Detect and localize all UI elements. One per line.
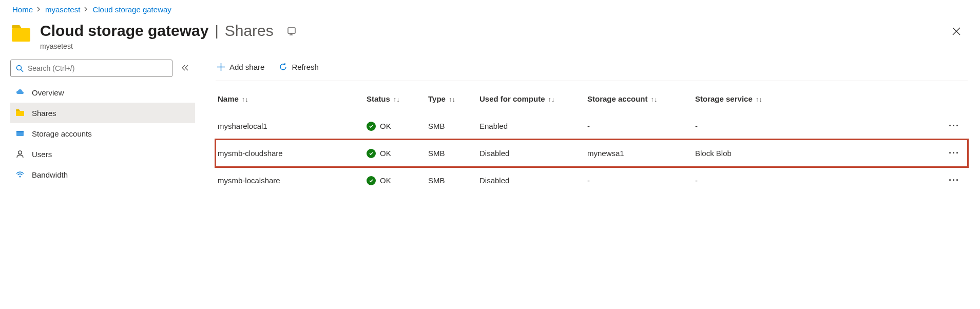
toolbar: Add share Refresh	[216, 60, 968, 81]
cell-compute: Disabled	[477, 140, 585, 167]
svg-line-7	[21, 69, 24, 72]
cell-service: -	[693, 167, 944, 194]
pin-icon	[287, 26, 296, 35]
svg-rect-8	[16, 111, 24, 116]
user-icon	[15, 149, 25, 159]
ok-icon	[367, 149, 376, 158]
pin-button[interactable]	[284, 23, 299, 41]
sidebar-item-users[interactable]: Users	[10, 144, 195, 164]
title-separator: |	[215, 23, 218, 39]
close-button[interactable]	[948, 22, 965, 42]
cell-account: -	[585, 167, 693, 194]
chevron-right-icon	[83, 6, 89, 13]
sort-icon: ↑↓	[548, 95, 555, 103]
row-actions-button[interactable]: ···	[946, 119, 963, 133]
table-row[interactable]: mysharelocal1 OK SMB Enabled - - ···	[216, 112, 968, 140]
page-title: Cloud storage gateway	[40, 22, 208, 40]
sidebar-collapse-button[interactable]	[179, 62, 192, 74]
breadcrumb-resource[interactable]: myasetest	[45, 5, 80, 14]
col-compute[interactable]: Used for compute↑↓	[477, 85, 585, 112]
cell-status: OK	[367, 149, 421, 158]
cell-status: OK	[367, 122, 421, 131]
breadcrumb-blade[interactable]: Cloud storage gateway	[92, 5, 171, 14]
sidebar-item-label: Overview	[32, 88, 64, 97]
cell-status: OK	[367, 176, 421, 185]
cell-service: -	[693, 112, 944, 140]
refresh-button[interactable]: Refresh	[278, 61, 320, 73]
close-icon	[952, 27, 960, 35]
folder-icon	[10, 23, 32, 45]
wifi-icon	[15, 170, 25, 179]
svg-rect-0	[12, 28, 30, 42]
cell-type: SMB	[426, 167, 477, 194]
page-header: Cloud storage gateway | Shares myasetest	[0, 18, 980, 60]
svg-rect-1	[288, 28, 295, 33]
cell-name: mysharelocal1	[216, 112, 364, 140]
sidebar-search[interactable]	[10, 60, 172, 77]
toolbar-label: Add share	[229, 63, 264, 71]
cell-name: mysmb-localshare	[216, 167, 364, 194]
sort-icon: ↑↓	[651, 95, 658, 103]
svg-point-12	[20, 176, 21, 178]
svg-point-6	[17, 65, 22, 70]
sidebar-item-bandwidth[interactable]: Bandwidth	[10, 164, 195, 185]
svg-point-11	[18, 151, 22, 154]
col-type[interactable]: Type↑↓	[426, 85, 477, 112]
sidebar-item-label: Bandwidth	[32, 170, 68, 179]
col-account[interactable]: Storage account↑↓	[585, 85, 693, 112]
toolbar-label: Refresh	[292, 63, 319, 71]
sort-icon: ↑↓	[449, 95, 455, 103]
folder-icon	[15, 108, 25, 118]
cloud-icon	[15, 88, 25, 97]
cell-type: SMB	[426, 140, 477, 167]
sidebar-item-label: Users	[32, 150, 52, 159]
cell-account: -	[585, 112, 693, 140]
cell-service: Block Blob	[693, 140, 944, 167]
row-actions-button[interactable]: ···	[946, 146, 963, 161]
svg-rect-10	[16, 131, 24, 132]
ok-icon	[367, 176, 376, 185]
storage-icon	[15, 129, 25, 138]
plus-icon	[217, 63, 225, 71]
cell-compute: Disabled	[477, 167, 585, 194]
sidebar-nav: Overview Shares Storage accounts Users	[10, 82, 195, 185]
breadcrumb: Home myasetest Cloud storage gateway	[0, 0, 980, 18]
sidebar-item-storage-accounts[interactable]: Storage accounts	[10, 123, 195, 144]
main: Add share Refresh Name↑↓ Status↑↓	[195, 60, 980, 194]
refresh-icon	[279, 63, 287, 71]
sort-icon: ↑↓	[242, 95, 248, 103]
sidebar-item-label: Storage accounts	[32, 129, 92, 138]
chevron-double-left-icon	[182, 65, 189, 71]
sort-icon: ↑↓	[756, 95, 762, 103]
sidebar-item-label: Shares	[32, 109, 56, 118]
chevron-right-icon	[36, 6, 42, 13]
page-section: Shares	[225, 22, 274, 40]
page-subtitle: myasetest	[40, 42, 948, 50]
shares-table: Name↑↓ Status↑↓ Type↑↓ Used for compute↑…	[216, 85, 968, 194]
cell-name: mysmb-cloudshare	[216, 140, 364, 167]
table-row[interactable]: mysmb-localshare OK SMB Disabled - - ···	[216, 167, 968, 194]
cell-compute: Enabled	[477, 112, 585, 140]
sort-icon: ↑↓	[393, 95, 400, 103]
table-row[interactable]: mysmb-cloudshare OK SMB Disabled mynewsa…	[216, 140, 968, 167]
search-input[interactable]	[24, 64, 167, 73]
col-name[interactable]: Name↑↓	[216, 85, 364, 112]
breadcrumb-home[interactable]: Home	[12, 5, 33, 14]
ok-icon	[367, 122, 376, 131]
sidebar: Overview Shares Storage accounts Users	[10, 60, 195, 185]
col-service[interactable]: Storage service↑↓	[693, 85, 944, 112]
col-status[interactable]: Status↑↓	[364, 85, 426, 112]
sidebar-item-shares[interactable]: Shares	[10, 103, 195, 123]
sidebar-item-overview[interactable]: Overview	[10, 82, 195, 103]
cell-account: mynewsa1	[585, 140, 693, 167]
add-share-button[interactable]: Add share	[216, 61, 265, 73]
cell-type: SMB	[426, 112, 477, 140]
row-actions-button[interactable]: ···	[946, 173, 963, 188]
search-icon	[16, 65, 24, 72]
